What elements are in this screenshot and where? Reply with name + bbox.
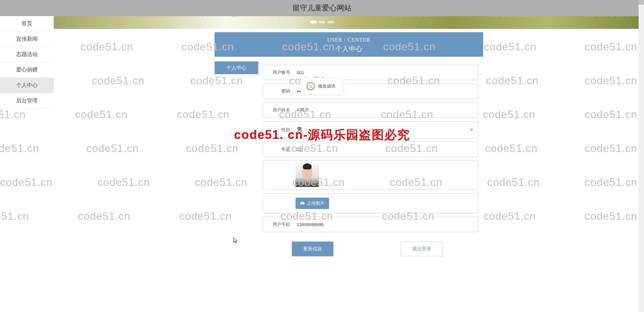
- page-header: USER / CENTER 个人中心: [215, 32, 483, 57]
- page-header-en: USER / CENTER: [215, 37, 483, 43]
- upload-button-label: 上传图片: [307, 200, 324, 206]
- label-account: 用户账号: [263, 69, 293, 75]
- label-gender: 性别: [263, 127, 293, 133]
- toast-text: 修改成功: [318, 83, 335, 89]
- logout-button[interactable]: 退出登录: [401, 242, 443, 256]
- sidebar-item-label: 后台管理: [16, 97, 38, 104]
- row-phone: 用户手机: [263, 217, 478, 232]
- svg-point-1: [311, 85, 312, 86]
- upload-image-button[interactable]: 上传图片: [295, 198, 329, 209]
- label-age: 年龄: [263, 146, 293, 152]
- logout-button-label: 退出登录: [412, 246, 431, 251]
- success-icon: [307, 82, 315, 90]
- sidebar-item-admin[interactable]: 后台管理: [0, 93, 54, 109]
- carousel-dot-2[interactable]: [319, 21, 325, 23]
- gender-value: 男: [297, 126, 302, 133]
- update-button-label: 更新信息: [303, 246, 322, 251]
- row-username: 用户姓名: [263, 102, 478, 118]
- row-password: 密码: [263, 84, 478, 99]
- avatar-head: [302, 165, 312, 179]
- svg-point-0: [309, 85, 310, 86]
- row-avatar: [263, 160, 478, 190]
- update-info-button[interactable]: 更新信息: [292, 242, 333, 256]
- row-upload: 上传图片: [263, 193, 478, 213]
- account-input[interactable]: [293, 67, 478, 79]
- topbar: 留守儿童爱心网站: [0, 0, 644, 16]
- carousel-dots: [310, 21, 334, 23]
- row-account: 用户账号: [263, 65, 478, 80]
- row-age: 年龄: [263, 142, 478, 157]
- sub-sidebar-item-user-center[interactable]: 个人中心: [215, 61, 258, 74]
- label-phone: 用户手机: [263, 221, 293, 227]
- sidebar-item-news[interactable]: 宣传新闻: [0, 32, 54, 47]
- banner: [0, 16, 644, 29]
- sidebar-item-label: 宣传新闻: [16, 36, 38, 43]
- watermark-text: code51.cn: [0, 142, 39, 155]
- sidebar-item-label: 志愿活动: [16, 51, 38, 58]
- sidebar-item-home[interactable]: 首页: [0, 16, 54, 32]
- form-area: 用户账号 密码 用户姓名 性别 男 年龄: [258, 61, 483, 263]
- sub-sidebar: 个人中心: [215, 61, 258, 263]
- chevron-down-icon: [470, 129, 473, 131]
- username-input[interactable]: [293, 104, 478, 116]
- page-header-cn: 个人中心: [215, 44, 483, 53]
- sidebar-item-donate[interactable]: 爱心捐赠: [0, 62, 54, 78]
- sidebar-item-volunteer[interactable]: 志愿活动: [0, 47, 54, 62]
- sidebar-item-label: 爱心捐赠: [16, 66, 38, 73]
- watermark-text: code51.cn: [0, 210, 29, 222]
- age-input[interactable]: [293, 144, 478, 155]
- scrollbar-thumb[interactable]: [639, 0, 644, 5]
- cloud-upload-icon: [300, 201, 305, 206]
- phone-input[interactable]: [293, 219, 478, 230]
- label-password: 密码: [263, 88, 293, 94]
- sidebar-item-user-center[interactable]: 个人中心: [0, 78, 54, 93]
- label-username: 用户姓名: [263, 107, 293, 113]
- action-row: 更新信息 退出登录: [258, 236, 483, 256]
- watermark-text: code51.cn: [0, 176, 53, 189]
- content-card: 个人中心 用户账号 密码 用户姓名 性别 男: [215, 61, 483, 263]
- carousel-dot-1[interactable]: [310, 21, 317, 23]
- sidebar: 首页 宣传新闻 志愿活动 爱心捐赠 个人中心 后台管理: [0, 16, 54, 109]
- sub-sidebar-item-label: 个人中心: [226, 65, 246, 71]
- site-title: 留守儿童爱心网站: [292, 3, 352, 13]
- gender-select[interactable]: 男: [293, 123, 478, 137]
- sidebar-item-label: 首页: [21, 20, 32, 27]
- main-content: USER / CENTER 个人中心 个人中心 用户账号 密码 用户姓名 性别: [54, 29, 644, 312]
- sidebar-item-label: 个人中心: [16, 82, 38, 89]
- toast: 修改成功: [301, 78, 343, 95]
- scrollbar[interactable]: [639, 0, 644, 312]
- avatar-image[interactable]: [295, 163, 319, 187]
- banner-image: [0, 16, 644, 29]
- watermark-text: code51.cn: [0, 108, 26, 121]
- row-gender[interactable]: 性别 男: [263, 121, 478, 138]
- carousel-dot-3[interactable]: [327, 21, 334, 23]
